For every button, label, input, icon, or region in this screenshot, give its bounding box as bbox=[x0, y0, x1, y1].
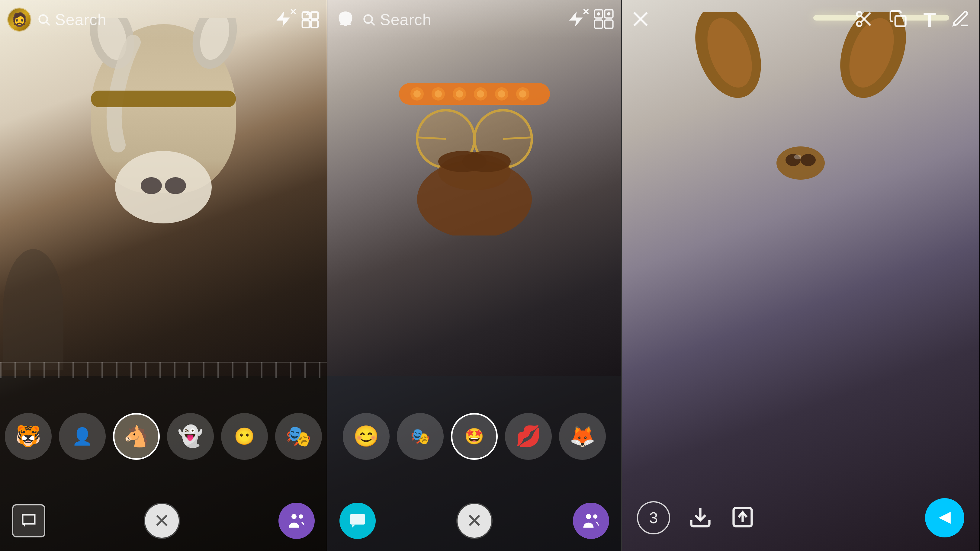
middle-filter-strip: 😊 🎭 🤩 💋 🦊 ✕ bbox=[328, 376, 621, 551]
filter-circle-drama[interactable]: 🎭 bbox=[275, 413, 322, 460]
filter-icon-horse: 🐴 bbox=[115, 414, 158, 458]
svg-point-39 bbox=[364, 15, 372, 23]
svg-rect-44 bbox=[594, 20, 603, 28]
filter-icon-face: 👤 bbox=[60, 414, 105, 459]
svg-line-9 bbox=[46, 22, 50, 25]
send-button[interactable] bbox=[925, 498, 964, 537]
svg-marker-41 bbox=[569, 11, 583, 27]
svg-rect-14 bbox=[311, 21, 318, 27]
svg-rect-48 bbox=[350, 514, 365, 525]
middle-filter-icon-2: 🎭 bbox=[398, 414, 442, 459]
filter-icon-drama: 🎭 bbox=[276, 414, 321, 459]
right-top-bar: T bbox=[622, 0, 979, 39]
svg-point-49 bbox=[586, 514, 591, 519]
left-filter-circles: 🐯 👤 🐴 👻 😶 🎭 bbox=[0, 376, 327, 491]
chat-icon bbox=[20, 512, 38, 530]
middle-chat-button[interactable] bbox=[339, 503, 376, 539]
people-button[interactable] bbox=[278, 503, 315, 539]
dismiss-button[interactable]: ✕ bbox=[144, 503, 180, 539]
middle-dismiss-button[interactable]: ✕ bbox=[456, 503, 493, 539]
svg-rect-65 bbox=[896, 16, 906, 26]
copy-button[interactable] bbox=[889, 10, 908, 30]
svg-point-47 bbox=[607, 13, 611, 16]
timer-button[interactable]: 3 bbox=[637, 501, 670, 534]
middle-filter-icon-5: 🦊 bbox=[560, 414, 605, 459]
middle-filter-circle-1[interactable]: 😊 bbox=[343, 413, 390, 460]
svg-point-46 bbox=[597, 13, 600, 16]
fence-texture bbox=[0, 362, 327, 378]
middle-filter-circle-2[interactable]: 🎭 bbox=[397, 413, 444, 460]
left-bottom-controls: ✕ bbox=[0, 491, 327, 551]
snap-ghost-icon bbox=[336, 10, 355, 29]
middle-top-bar-left: Search bbox=[335, 9, 567, 30]
svg-marker-69 bbox=[939, 512, 951, 524]
middle-top-bar-right: ✕ bbox=[567, 9, 614, 30]
left-search-area[interactable]: Search bbox=[37, 11, 107, 29]
right-bg bbox=[622, 0, 979, 551]
pencil-icon bbox=[951, 10, 970, 29]
filter-circle-tiger[interactable]: 🐯 bbox=[5, 413, 52, 460]
middle-face-swap-icon bbox=[593, 9, 614, 29]
download-button[interactable] bbox=[688, 505, 713, 530]
filter-icon-tiger: 🐯 bbox=[6, 414, 51, 459]
close-button[interactable] bbox=[631, 10, 650, 30]
svg-point-16 bbox=[299, 514, 303, 519]
share-button[interactable] bbox=[730, 505, 755, 530]
middle-filter-circle-5[interactable]: 🦊 bbox=[559, 413, 606, 460]
svg-point-8 bbox=[39, 15, 48, 23]
middle-flash-button[interactable]: ✕ bbox=[567, 10, 585, 29]
middle-filter-icon-1: 😊 bbox=[344, 414, 388, 459]
left-filter-strip: 🐯 👤 🐴 👻 😶 🎭 bbox=[0, 376, 327, 551]
svg-point-62 bbox=[857, 21, 862, 26]
face-swap-icon bbox=[301, 10, 320, 29]
middle-panel: Search ✕ bbox=[327, 0, 622, 551]
close-icon bbox=[631, 10, 650, 29]
svg-rect-45 bbox=[605, 20, 613, 28]
scissors-button[interactable] bbox=[854, 10, 874, 30]
face-swap-button[interactable] bbox=[301, 10, 320, 30]
svg-point-50 bbox=[593, 514, 597, 519]
flash-x-icon: ✕ bbox=[290, 7, 297, 17]
send-icon bbox=[934, 508, 955, 528]
right-camera-view bbox=[622, 0, 979, 551]
download-icon bbox=[688, 505, 713, 529]
middle-flash-x-icon: ✕ bbox=[582, 7, 589, 17]
middle-chat-icon bbox=[348, 512, 367, 530]
right-bottom-left-controls: 3 bbox=[637, 501, 755, 534]
text-button[interactable]: T bbox=[923, 10, 936, 30]
pencil-button[interactable] bbox=[951, 10, 970, 30]
scissors-icon bbox=[854, 10, 874, 29]
middle-bottom-controls: ✕ bbox=[328, 491, 621, 551]
filter-icon-blank: 😶 bbox=[222, 414, 267, 459]
avatar[interactable]: 🧔 bbox=[7, 8, 32, 32]
svg-rect-11 bbox=[302, 12, 309, 19]
filter-circle-blank[interactable]: 😶 bbox=[221, 413, 268, 460]
left-top-bar-left: 🧔 Search bbox=[7, 8, 274, 32]
middle-people-button[interactable] bbox=[573, 503, 609, 539]
middle-search-icon bbox=[362, 13, 376, 27]
middle-filter-circle-3[interactable]: 🤩 bbox=[451, 413, 498, 460]
dismiss-icon: ✕ bbox=[154, 510, 170, 532]
middle-filter-circle-4[interactable]: 💋 bbox=[505, 413, 552, 460]
people-icon bbox=[286, 511, 307, 531]
text-icon: T bbox=[923, 8, 936, 31]
middle-dismiss-icon: ✕ bbox=[466, 510, 483, 532]
left-panel: 🧔 Search ✕ bbox=[0, 0, 327, 551]
middle-search-area[interactable]: Search bbox=[362, 11, 431, 29]
share-icon bbox=[730, 505, 755, 529]
svg-marker-10 bbox=[277, 11, 290, 27]
snapchat-logo bbox=[335, 9, 356, 30]
flash-button[interactable]: ✕ bbox=[274, 10, 292, 29]
chat-button[interactable] bbox=[12, 504, 45, 537]
avatar-emoji: 🧔 bbox=[11, 13, 28, 26]
filter-circle-ghost[interactable]: 👻 bbox=[167, 413, 214, 460]
filter-circle-face[interactable]: 👤 bbox=[59, 413, 106, 460]
middle-face-swap-button[interactable] bbox=[593, 9, 614, 30]
timer-number: 3 bbox=[649, 509, 658, 527]
left-search-label: Search bbox=[55, 11, 107, 29]
filter-circle-horse[interactable]: 🐴 bbox=[113, 413, 160, 460]
middle-people-icon bbox=[581, 511, 601, 531]
copy-icon bbox=[889, 10, 908, 29]
right-panel: T 3 bbox=[622, 0, 979, 551]
middle-filter-icon-3: 🤩 bbox=[452, 414, 496, 458]
